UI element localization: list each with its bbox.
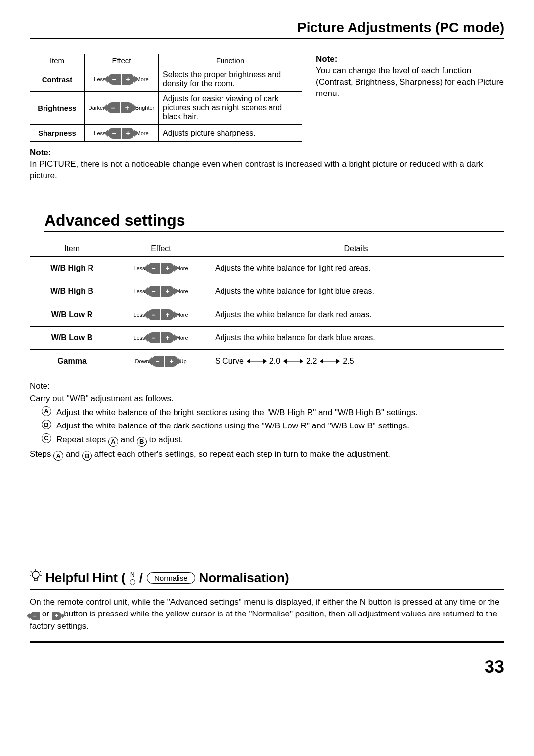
- minus-button-icon: –: [30, 612, 40, 620]
- plus-button-icon: +: [52, 612, 62, 620]
- t1-effect: Less –+ More: [85, 125, 159, 142]
- t1-h-function: Function: [159, 54, 302, 67]
- step-b-text: Adjust the white balance of the dark sec…: [56, 420, 409, 432]
- t2-h-item: Item: [30, 241, 114, 256]
- n-button-icon: N: [130, 571, 135, 585]
- advanced-settings-heading: Advanced settings: [44, 211, 504, 232]
- effect-left-label: Darker: [89, 105, 105, 111]
- note-text: In PICTURE, there is not a noticeable ch…: [30, 159, 483, 180]
- top-section: Item Effect Function Contrast Less –+ Mo…: [30, 54, 504, 142]
- t1-effect: Less –+ More: [85, 67, 159, 92]
- t1-item: Sharpness: [30, 125, 85, 142]
- t2-item: W/B High B: [30, 280, 114, 303]
- t1-h-effect: Effect: [85, 54, 159, 67]
- picture-adjust-table: Item Effect Function Contrast Less –+ Mo…: [30, 54, 302, 142]
- t1-effect: Darker –+ Brighter: [85, 92, 159, 125]
- svg-line-3: [31, 571, 32, 572]
- t2-h-effect: Effect: [114, 241, 208, 256]
- t1-func: Selects the proper brightness and densit…: [159, 67, 302, 92]
- t2-details: Adjusts the white balance for light blue…: [208, 280, 504, 303]
- t2-effect: Less –+ More: [114, 280, 208, 303]
- rocker-control-icon: –+: [147, 332, 174, 343]
- t2-details: Adjusts the white balance for dark red a…: [208, 303, 504, 326]
- effect-right-label: More: [136, 76, 149, 82]
- effect-right-label: More: [136, 130, 149, 136]
- step-b-ref-icon: B: [137, 437, 147, 447]
- lightbulb-icon: [30, 569, 42, 587]
- table-row: W/B Low R Less –+ More Adjusts the white…: [30, 303, 504, 326]
- step-b-ref-icon: B: [82, 451, 92, 461]
- gamma-val: 2.2: [306, 357, 317, 366]
- note2-outro: Steps A and B affect each other's settin…: [30, 448, 504, 461]
- double-arrow-icon: [247, 359, 267, 364]
- effect-right-label: More: [176, 312, 188, 318]
- rocker-control-icon: –+: [108, 128, 134, 139]
- t2-details: Adjusts the white balance for light red …: [208, 256, 504, 280]
- step-c-icon: C: [42, 433, 51, 443]
- gamma-val: S Curve: [215, 357, 244, 366]
- helpful-hint-heading: Helpful Hint ( N / Normalise Normalisati…: [30, 569, 504, 590]
- t2-effect: Less –+ More: [114, 256, 208, 280]
- t2-gamma-details: S Curve 2.0 2.2 2.5: [208, 349, 504, 373]
- svg-rect-1: [34, 578, 37, 581]
- helpful-hint-body: On the remote control unit, while the "A…: [30, 596, 504, 643]
- step-a-ref-icon: A: [53, 451, 63, 461]
- table-row: W/B Low B Less –+ More Adjusts the white…: [30, 326, 504, 349]
- step-b-icon: B: [42, 420, 51, 429]
- t2-item: W/B Low R: [30, 303, 114, 326]
- gamma-val: 2.5: [343, 357, 354, 366]
- note-label: Note:: [30, 148, 51, 157]
- advanced-settings-table: Item Effect Details W/B High R Less –+ M…: [30, 241, 504, 373]
- note2-intro: Carry out "W/B" adjustment as follows.: [30, 392, 504, 405]
- t2-item: Gamma: [30, 349, 114, 373]
- side-note: Note: You can change the level of each f…: [316, 54, 504, 142]
- effect-left-label: Down: [135, 358, 149, 364]
- rocker-control-icon: –+: [107, 102, 134, 113]
- t2-effect: Less –+ More: [114, 303, 208, 326]
- note-label: Note:: [30, 381, 50, 391]
- table-row: Contrast Less –+ More Selects the proper…: [30, 67, 302, 92]
- t1-func: Adjusts picture sharpness.: [159, 125, 302, 142]
- double-arrow-icon: [320, 359, 340, 364]
- svg-point-0: [32, 571, 39, 578]
- svg-line-4: [40, 571, 41, 572]
- table-row: Sharpness Less –+ More Adjusts picture s…: [30, 125, 302, 142]
- table-row: W/B High B Less –+ More Adjusts the whit…: [30, 280, 504, 303]
- normalise-button-icon: Normalise: [147, 572, 195, 584]
- step-c-text: Repeat steps A and B to adjust.: [56, 433, 183, 447]
- t2-effect: Less –+ More: [114, 326, 208, 349]
- table-row: W/B High R Less –+ More Adjusts the whit…: [30, 256, 504, 280]
- effect-right-label: More: [176, 335, 188, 341]
- rocker-control-icon: –+: [151, 356, 178, 367]
- effect-right-label: More: [176, 265, 188, 271]
- page-title: Picture Adjustments (PC mode): [30, 20, 504, 39]
- t2-item: W/B High R: [30, 256, 114, 280]
- t1-item: Brightness: [30, 92, 85, 125]
- gamma-val: 2.0: [269, 357, 280, 366]
- rocker-control-icon: –+: [108, 74, 134, 85]
- table-row: Gamma Down –+ Up S Curve 2.0 2.2 2.5: [30, 349, 504, 373]
- note-1: Note: In PICTURE, there is not a noticea…: [30, 147, 504, 182]
- t2-details: Adjusts the white balance for dark blue …: [208, 326, 504, 349]
- note-2: Note: Carry out "W/B" adjustment as foll…: [30, 380, 504, 461]
- double-arrow-icon: [283, 359, 303, 364]
- t2-effect: Down –+ Up: [114, 349, 208, 373]
- effect-right-label: Brighter: [135, 105, 155, 111]
- step-a-icon: A: [42, 406, 51, 416]
- rocker-control-icon: –+: [147, 309, 174, 320]
- hint-slash: /: [139, 570, 143, 586]
- hint-prefix: Helpful Hint (: [45, 570, 126, 586]
- step-a-text: Adjust the white balance of the bright s…: [56, 406, 418, 419]
- note-text: You can change the level of each functio…: [316, 66, 504, 98]
- t2-h-details: Details: [208, 241, 504, 256]
- step-a-ref-icon: A: [108, 437, 118, 447]
- rocker-control-icon: –+: [147, 263, 174, 274]
- page-number: 33: [30, 657, 504, 677]
- note-label: Note:: [316, 54, 337, 64]
- t1-item: Contrast: [30, 67, 85, 92]
- hint-suffix: Normalisation): [199, 570, 289, 586]
- rocker-control-icon: –+: [147, 286, 174, 297]
- effect-right-label: More: [176, 288, 188, 294]
- t1-h-item: Item: [30, 54, 85, 67]
- table-row: Brightness Darker –+ Brighter Adjusts fo…: [30, 92, 302, 125]
